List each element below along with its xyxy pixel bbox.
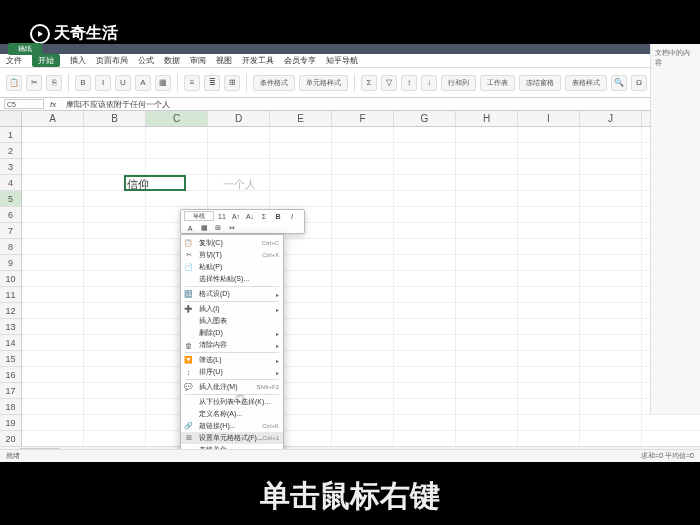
merge-button[interactable]: ⊞: [224, 75, 240, 91]
row-header-1[interactable]: 1: [0, 127, 21, 143]
row-header-4[interactable]: 4: [0, 175, 21, 191]
watermark-logo: 天奇生活: [30, 23, 118, 44]
col-header-J[interactable]: J: [580, 111, 642, 126]
row-header-18[interactable]: 18: [0, 399, 21, 415]
paste-button[interactable]: 📋: [6, 75, 22, 91]
formula-input[interactable]: 摩阳不应该依附于任何一个人: [62, 99, 696, 110]
menu-data[interactable]: 数据: [164, 55, 180, 66]
row-header-20[interactable]: 20: [0, 431, 21, 447]
ctx-item[interactable]: 定义名称(A)...: [181, 408, 283, 420]
col-header-C[interactable]: C: [146, 111, 208, 126]
mini-merge[interactable]: ⇔: [226, 223, 238, 233]
menu-review[interactable]: 审阅: [190, 55, 206, 66]
row-header-5[interactable]: 5: [0, 191, 21, 207]
ctx-item[interactable]: ⊞设置单元格格式(F)...Ctrl+1: [181, 432, 283, 444]
italic-button[interactable]: I: [95, 75, 111, 91]
col-header-B[interactable]: B: [84, 111, 146, 126]
col-header-A[interactable]: A: [22, 111, 84, 126]
menu-view[interactable]: 视图: [216, 55, 232, 66]
mini-increase-font[interactable]: A↑: [230, 211, 242, 221]
row-header-16[interactable]: 16: [0, 367, 21, 383]
find-button[interactable]: 🔍: [611, 75, 627, 91]
rowcol-button[interactable]: 行和列: [441, 75, 476, 91]
sum-button[interactable]: Σ: [361, 75, 377, 91]
mini-font-select[interactable]: 等线: [184, 211, 214, 221]
ctx-item[interactable]: 选择性粘贴(S)...: [181, 273, 283, 285]
table-style-button[interactable]: 表格样式: [565, 75, 607, 91]
cells-area[interactable]: [22, 127, 700, 446]
ctx-item[interactable]: 📄粘贴(P): [181, 261, 283, 273]
menu-zhihu[interactable]: 知乎导航: [326, 55, 358, 66]
menu-formula[interactable]: 公式: [138, 55, 154, 66]
row-header-17[interactable]: 17: [0, 383, 21, 399]
row-header-2[interactable]: 2: [0, 143, 21, 159]
align-left-button[interactable]: ≡: [184, 75, 200, 91]
ctx-item[interactable]: ➕插入(I)▸: [181, 303, 283, 315]
name-box[interactable]: C5: [4, 99, 44, 109]
row-header-14[interactable]: 14: [0, 335, 21, 351]
ctx-item[interactable]: ✂剪切(T)Ctrl+X: [181, 249, 283, 261]
menu-start[interactable]: 开始: [32, 54, 60, 67]
ctx-item[interactable]: 💬插入批注(M)Shift+F2: [181, 381, 283, 393]
col-header-E[interactable]: E: [270, 111, 332, 126]
row-header-8[interactable]: 8: [0, 239, 21, 255]
freeze-button[interactable]: 冻结窗格: [519, 75, 561, 91]
ctx-item[interactable]: 插入图表: [181, 315, 283, 327]
fx-icon[interactable]: fx: [50, 100, 56, 109]
fill-color-button[interactable]: ▦: [155, 75, 171, 91]
menu-page[interactable]: 页面布局: [96, 55, 128, 66]
row-header-6[interactable]: 6: [0, 207, 21, 223]
symbol-button[interactable]: Ω: [631, 75, 647, 91]
row-header-15[interactable]: 15: [0, 351, 21, 367]
col-header-D[interactable]: D: [208, 111, 270, 126]
align-center-button[interactable]: ≣: [204, 75, 220, 91]
ctx-item[interactable]: 🔢格式设(D)▸: [181, 288, 283, 300]
underline-button[interactable]: U: [115, 75, 131, 91]
sort-button[interactable]: ↕: [401, 75, 417, 91]
font-color-button[interactable]: A: [135, 75, 151, 91]
mini-sum[interactable]: Σ: [258, 211, 270, 221]
ctx-item[interactable]: 🔽筛选(L)▸: [181, 354, 283, 366]
mini-font-color[interactable]: A: [184, 223, 196, 233]
menu-insert[interactable]: 插入: [70, 55, 86, 66]
worksheet-button[interactable]: 工作表: [480, 75, 515, 91]
status-bar: 就绪 求和=0 平均值=0: [0, 449, 700, 462]
select-all-corner[interactable]: [0, 111, 21, 127]
watermark-text: 天奇生活: [54, 23, 118, 44]
row-header-19[interactable]: 19: [0, 415, 21, 431]
mini-italic[interactable]: I: [286, 211, 298, 221]
spreadsheet-grid[interactable]: 1234567891011121314151617181920 ABCDEFGH…: [0, 111, 700, 446]
ctx-item[interactable]: 从下拉列表中选择(K)...: [181, 396, 283, 408]
row-header-11[interactable]: 11: [0, 287, 21, 303]
menu-file[interactable]: 文件: [6, 55, 22, 66]
row-header-12[interactable]: 12: [0, 303, 21, 319]
menu-dev[interactable]: 开发工具: [242, 55, 274, 66]
col-header-G[interactable]: G: [394, 111, 456, 126]
cond-format-button[interactable]: 条件格式: [253, 75, 295, 91]
col-header-H[interactable]: H: [456, 111, 518, 126]
row-header-9[interactable]: 9: [0, 255, 21, 271]
copy-button[interactable]: ⎘: [46, 75, 62, 91]
row-header-7[interactable]: 7: [0, 223, 21, 239]
fill-down-button[interactable]: ↓: [421, 75, 437, 91]
ctx-item[interactable]: 🔗超链接(H)...Ctrl+K: [181, 420, 283, 432]
cell-style-button[interactable]: 单元格样式: [299, 75, 348, 91]
bold-button[interactable]: B: [75, 75, 91, 91]
mini-fill-color[interactable]: ▦: [198, 223, 210, 233]
col-header-F[interactable]: F: [332, 111, 394, 126]
row-header-10[interactable]: 10: [0, 271, 21, 287]
ctx-item[interactable]: ↕排序(U)▸: [181, 366, 283, 378]
mini-border[interactable]: ⊞: [212, 223, 224, 233]
row-header-13[interactable]: 13: [0, 319, 21, 335]
mini-bold[interactable]: B: [272, 211, 284, 221]
menu-member[interactable]: 会员专享: [284, 55, 316, 66]
mini-decrease-font[interactable]: A↓: [244, 211, 256, 221]
mini-font-size[interactable]: 11: [216, 211, 228, 221]
ctx-item[interactable]: 🗑清除内容▸: [181, 339, 283, 351]
ctx-item[interactable]: 删除(D)▸: [181, 327, 283, 339]
ctx-item[interactable]: 📋复制(C)Ctrl+C: [181, 237, 283, 249]
row-header-3[interactable]: 3: [0, 159, 21, 175]
cut-button[interactable]: ✂: [26, 75, 42, 91]
filter-button[interactable]: ▽: [381, 75, 397, 91]
col-header-I[interactable]: I: [518, 111, 580, 126]
